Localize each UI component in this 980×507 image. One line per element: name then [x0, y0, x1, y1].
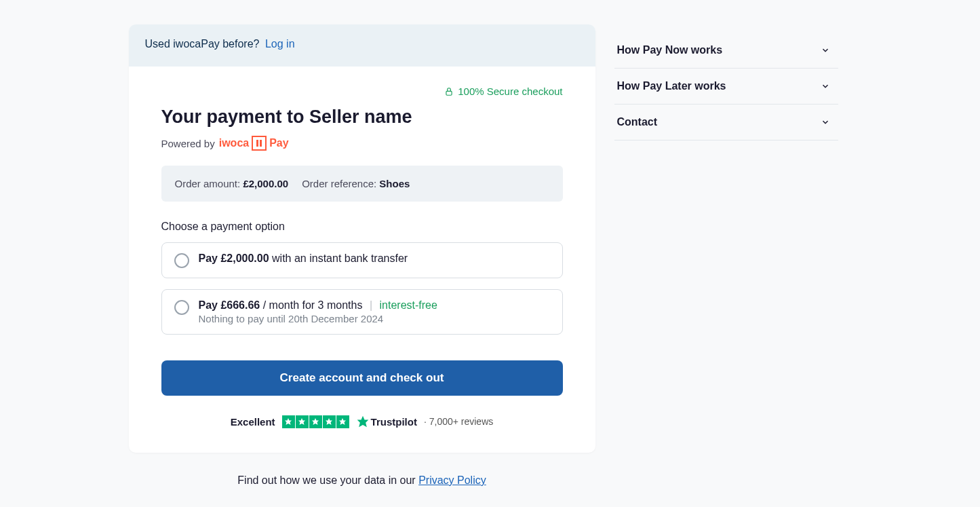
trustpilot-star-icon: [356, 415, 370, 428]
chevron-down-icon: [821, 45, 830, 55]
radio-unchecked-icon: [174, 253, 189, 268]
order-amount: Order amount: £2,000.00: [175, 178, 289, 189]
option-subtext: Nothing to pay until 20th December 2024: [199, 313, 437, 324]
svg-marker-4: [326, 418, 332, 425]
svg-marker-3: [312, 418, 319, 425]
page-title: Your payment to Seller name: [161, 107, 563, 128]
pause-icon: [252, 136, 267, 151]
iwocapay-logo: iwoca Pay: [219, 136, 289, 151]
payment-card: Used iwocaPay before? Log in 100% Secure…: [129, 24, 595, 453]
option-text: Pay £666.66 / month for 3 months | inter…: [199, 299, 437, 312]
trustpilot-logo: Trustpilot: [356, 415, 417, 428]
trust-rating-label: Excellent: [231, 416, 275, 428]
trust-reviews-count: · 7,000+ reviews: [424, 416, 493, 427]
secure-checkout-badge: 100% Secure checkout: [161, 86, 563, 97]
accordion-pay-now[interactable]: How Pay Now works: [614, 33, 838, 69]
option-text: Pay £2,000.00 with an instant bank trans…: [199, 252, 408, 265]
logo-brand: iwoca: [219, 137, 249, 149]
star-icon: [336, 415, 349, 428]
accordion-label: How Pay Later works: [617, 80, 726, 92]
logo-suffix: Pay: [269, 137, 288, 149]
payment-option-pay-now[interactable]: Pay £2,000.00 with an instant bank trans…: [161, 242, 563, 278]
privacy-notice: Find out how we use your data in our Pri…: [129, 474, 595, 487]
star-icon: [282, 415, 295, 428]
payment-option-pay-later[interactable]: Pay £666.66 / month for 3 months | inter…: [161, 289, 563, 335]
accordion-label: Contact: [617, 116, 658, 128]
star-icon: [296, 415, 309, 428]
sidebar: How Pay Now works How Pay Later works Co…: [614, 24, 838, 487]
order-reference: Order reference: Shoes: [302, 178, 410, 189]
lock-icon: [444, 87, 454, 96]
choose-payment-label: Choose a payment option: [161, 221, 563, 233]
trust-stars: [282, 415, 349, 428]
order-summary: Order amount: £2,000.00 Order reference:…: [161, 166, 563, 202]
trustpilot-row: Excellent Trustpilot · 7,000+ reviews: [161, 415, 563, 428]
svg-marker-1: [285, 418, 292, 425]
chevron-down-icon: [821, 81, 830, 91]
svg-marker-6: [357, 416, 368, 428]
star-icon: [323, 415, 336, 428]
radio-unchecked-icon: [174, 300, 189, 315]
secure-text: 100% Secure checkout: [458, 86, 562, 97]
svg-marker-5: [339, 418, 346, 425]
privacy-policy-link[interactable]: Privacy Policy: [418, 474, 486, 486]
checkout-button[interactable]: Create account and check out: [161, 360, 563, 396]
star-icon: [309, 415, 322, 428]
login-link[interactable]: Log in: [265, 38, 295, 50]
login-banner: Used iwocaPay before? Log in: [129, 24, 595, 67]
chevron-down-icon: [821, 117, 830, 127]
svg-rect-0: [446, 91, 452, 95]
accordion-contact[interactable]: Contact: [614, 105, 838, 140]
svg-marker-2: [298, 418, 305, 425]
accordion-label: How Pay Now works: [617, 44, 723, 56]
powered-by-label: Powered by: [161, 138, 215, 149]
interest-free-badge: interest-free: [380, 299, 437, 311]
powered-by-row: Powered by iwoca Pay: [161, 136, 563, 151]
banner-prefix: Used iwocaPay before?: [145, 38, 260, 50]
accordion-pay-later[interactable]: How Pay Later works: [614, 69, 838, 105]
